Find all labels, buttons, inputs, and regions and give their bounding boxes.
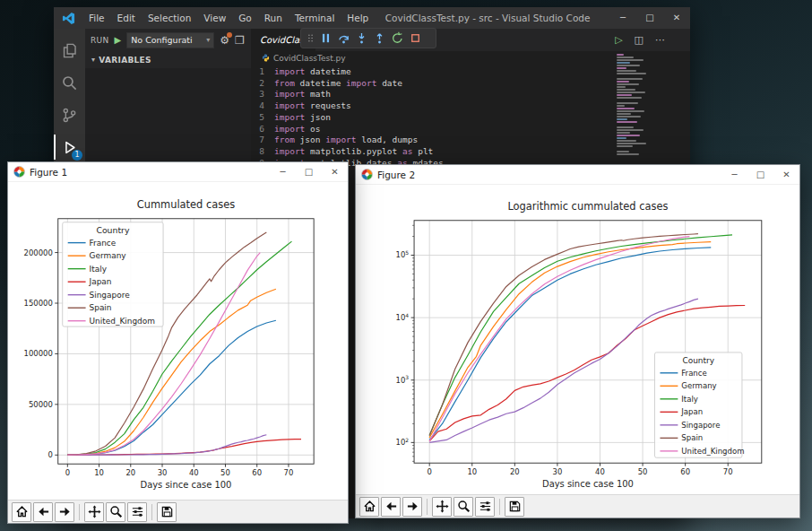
debug-step-out-button[interactable]: [370, 30, 388, 48]
save-icon: [508, 500, 522, 513]
save-button[interactable]: [157, 502, 177, 522]
toolbar-separator: [499, 499, 500, 515]
svg-text:United_Kingdom: United_Kingdom: [90, 317, 155, 326]
python-file-icon: [262, 54, 270, 62]
matplotlib-icon: [13, 166, 25, 178]
variables-section-header[interactable]: ▾ VARIABLES: [85, 51, 251, 68]
home-button[interactable]: [12, 502, 31, 522]
debug-pause-button[interactable]: [316, 30, 334, 48]
figure2-canvas[interactable]: 010203040506070102103104105Logarithmic c…: [356, 185, 799, 494]
figure2-window: Figure 2 ─ □ ✕ 0102030405060701021031041…: [355, 164, 800, 518]
debug-config-dropdown[interactable]: No Configurati ▾: [126, 32, 214, 48]
home-icon: [15, 505, 29, 518]
figure1-titlebar[interactable]: Figure 1 ─ □ ✕: [8, 162, 348, 182]
home-icon: [363, 500, 376, 513]
pan-icon: [88, 505, 101, 518]
minimize-icon[interactable]: ─: [609, 7, 636, 29]
chevron-down-icon: ▾: [206, 33, 210, 48]
vscode-logo-icon: [62, 12, 75, 25]
split-editor-icon[interactable]: ◫: [635, 34, 644, 46]
debug-stop-button[interactable]: [406, 30, 424, 48]
svg-text:200000: 200000: [24, 248, 53, 257]
zoom-icon: [457, 500, 471, 513]
svg-text:70: 70: [723, 467, 733, 476]
forward-button[interactable]: [55, 502, 74, 522]
menu-file[interactable]: File: [82, 13, 111, 23]
toolbar-separator: [79, 504, 80, 520]
back-button[interactable]: [33, 502, 53, 522]
svg-text:Cummulated cases: Cummulated cases: [137, 198, 236, 211]
debug-toolbar-grip[interactable]: [305, 31, 316, 45]
minimize-icon[interactable]: ─: [270, 162, 296, 182]
svg-text:Italy: Italy: [90, 265, 108, 274]
svg-text:United_Kingdom: United_Kingdom: [681, 447, 744, 456]
forward-button[interactable]: [402, 497, 422, 517]
close-icon[interactable]: ✕: [322, 162, 348, 182]
subplots-button[interactable]: [475, 497, 495, 517]
activity-item-search[interactable]: [54, 66, 85, 99]
line-number: 6: [251, 124, 274, 135]
svg-text:Germany: Germany: [681, 381, 716, 390]
zoom-icon: [109, 505, 123, 518]
svg-text:40: 40: [595, 467, 605, 476]
window-title: CovidClassTest.py - src - Visual Studio …: [375, 13, 600, 23]
activity-item-source-control[interactable]: [54, 99, 85, 131]
vscode-titlebar[interactable]: FileEditSelectionViewGoRunTerminalHelp C…: [54, 7, 690, 29]
open-debug-console-icon[interactable]: ❐: [235, 34, 245, 47]
svg-text:Spain: Spain: [681, 433, 703, 442]
step-into-icon: [355, 31, 368, 45]
back-icon: [37, 505, 50, 518]
run-python-file-icon[interactable]: ▷: [615, 34, 622, 46]
start-debug-icon[interactable]: ▶: [114, 35, 121, 45]
maximize-icon[interactable]: □: [747, 165, 773, 185]
zoom-button[interactable]: [106, 502, 125, 522]
minimize-icon[interactable]: ─: [721, 165, 747, 185]
menu-help[interactable]: Help: [341, 13, 375, 23]
pan-button[interactable]: [432, 497, 452, 517]
pan-button[interactable]: [84, 502, 104, 522]
more-actions-icon[interactable]: ⋯: [655, 34, 665, 46]
zoom-button[interactable]: [454, 497, 473, 517]
home-button[interactable]: [359, 497, 379, 517]
forward-icon: [58, 505, 72, 518]
menu-run[interactable]: Run: [258, 13, 289, 23]
figure2-title: Figure 2: [377, 170, 721, 180]
toolbar-separator: [427, 499, 428, 515]
line-number: 7: [251, 135, 274, 146]
debug-step-over-button[interactable]: [334, 30, 352, 48]
debug-step-into-button[interactable]: [352, 30, 370, 48]
svg-text:Days since case 100: Days since case 100: [140, 480, 231, 490]
svg-text:Singapore: Singapore: [681, 421, 720, 430]
save-button[interactable]: [505, 497, 524, 517]
menu-selection[interactable]: Selection: [142, 13, 197, 23]
activity-item-run-and-debug[interactable]: 1: [54, 131, 85, 163]
variables-label: VARIABLES: [99, 56, 151, 65]
figure2-titlebar[interactable]: Figure 2 ─ □ ✕: [356, 165, 799, 185]
svg-text:10: 10: [94, 468, 104, 477]
menu-view[interactable]: View: [197, 13, 232, 23]
close-icon[interactable]: ✕: [663, 7, 690, 29]
menu-edit[interactable]: Edit: [111, 13, 142, 23]
debug-restart-button[interactable]: [388, 30, 406, 48]
step-out-icon: [373, 31, 386, 45]
back-button[interactable]: [381, 497, 401, 517]
figure1-window: Figure 1 ─ □ ✕ 0102030405060700500001000…: [7, 161, 349, 524]
search-icon: [61, 74, 78, 91]
svg-text:40: 40: [189, 468, 199, 477]
subplots-button[interactable]: [127, 502, 147, 522]
activity-item-explorer[interactable]: [54, 34, 85, 66]
subplots-icon: [479, 500, 492, 513]
svg-text:France: France: [681, 369, 706, 378]
minimap[interactable]: [617, 54, 657, 158]
figure1-canvas[interactable]: 010203040506070050000100000150000200000C…: [8, 182, 348, 500]
menu-terminal[interactable]: Terminal: [289, 13, 341, 23]
close-icon[interactable]: ✕: [773, 165, 799, 185]
debug-badge: 1: [72, 150, 82, 161]
gear-icon[interactable]: ⚙: [220, 34, 229, 47]
debug-config-value: No Configurati: [131, 33, 193, 48]
maximize-icon[interactable]: □: [636, 7, 663, 29]
menu-go[interactable]: Go: [232, 13, 258, 23]
forward-icon: [406, 500, 419, 513]
svg-text:50000: 50000: [29, 400, 53, 409]
maximize-icon[interactable]: □: [296, 162, 322, 182]
